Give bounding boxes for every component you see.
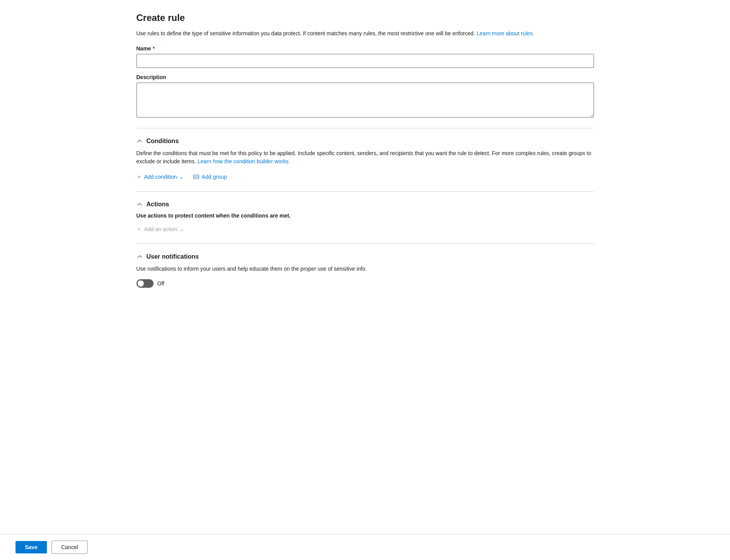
divider-2 <box>136 191 594 192</box>
add-condition-plus-icon: ＋ <box>136 173 142 180</box>
add-action-chevron-icon: ⌄ <box>179 226 184 232</box>
add-group-icon <box>193 174 199 180</box>
page-title: Create rule <box>136 12 594 23</box>
add-action-plus-icon: ＋ <box>136 226 142 233</box>
user-notifications-section: User notifications Use notifications to … <box>136 253 594 288</box>
description-input[interactable] <box>136 83 594 118</box>
actions-title: Actions <box>147 201 169 208</box>
learn-more-rules-link[interactable]: Learn more about rules. <box>476 30 534 36</box>
actions-buttons-row: ＋ Add an action ⌄ <box>136 224 594 234</box>
conditions-section-header: Conditions <box>136 138 594 145</box>
user-notifications-chevron-icon <box>136 254 143 260</box>
add-group-label: Add group <box>202 174 227 180</box>
conditions-section: Conditions Define the conditions that mu… <box>136 138 594 182</box>
add-condition-chevron-icon: ⌄ <box>179 174 184 180</box>
actions-use-text: Use actions to protect content when the … <box>136 213 594 219</box>
intro-description: Use rules to define the type of sensitiv… <box>136 29 594 38</box>
add-action-label: Add an action <box>144 226 178 232</box>
user-notifications-description: Use notifications to inform your users a… <box>136 265 594 273</box>
name-field-group: Name * <box>136 45 594 68</box>
actions-chevron-icon <box>136 201 143 207</box>
user-notifications-toggle[interactable] <box>136 279 154 288</box>
user-notifications-title: User notifications <box>147 253 199 260</box>
toggle-container: Off <box>136 279 594 288</box>
toggle-thumb <box>138 280 144 287</box>
svg-rect-1 <box>195 176 198 178</box>
add-condition-button[interactable]: ＋ Add condition ⌄ <box>136 172 184 182</box>
svg-rect-0 <box>193 175 199 179</box>
divider-1 <box>136 128 594 128</box>
description-field-group: Description <box>136 74 594 119</box>
divider-3 <box>136 244 594 244</box>
conditions-description: Define the conditions that must be met f… <box>136 149 594 166</box>
conditions-actions-row: ＋ Add condition ⌄ Add group <box>136 172 594 182</box>
actions-section: Actions Use actions to protect content w… <box>136 201 594 234</box>
conditions-learn-link[interactable]: Learn how the condition builder works <box>197 158 288 164</box>
add-condition-label: Add condition <box>144 174 177 180</box>
conditions-title: Conditions <box>147 138 179 145</box>
user-notifications-header: User notifications <box>136 253 594 260</box>
cancel-button[interactable]: Cancel <box>52 541 88 554</box>
toggle-track <box>136 279 154 288</box>
conditions-chevron-icon <box>136 138 143 144</box>
save-button[interactable]: Save <box>16 541 47 553</box>
toggle-label: Off <box>157 280 164 287</box>
actions-section-header: Actions <box>136 201 594 208</box>
bottom-bar: Save Cancel <box>0 534 730 560</box>
description-label: Description <box>136 74 594 80</box>
name-input[interactable] <box>136 54 594 68</box>
add-group-button[interactable]: Add group <box>193 172 227 181</box>
name-label: Name * <box>136 45 594 52</box>
name-required-star: * <box>153 45 155 52</box>
add-action-button[interactable]: ＋ Add an action ⌄ <box>136 224 185 234</box>
